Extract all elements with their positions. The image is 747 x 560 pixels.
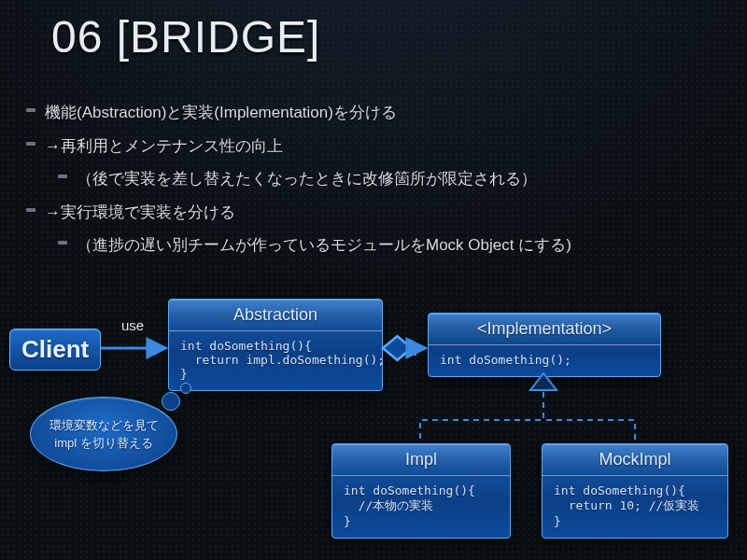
implementation-title: <Implementation> [429,314,660,345]
impl-box: Impl int doSomething(){ //本物の実装 } [331,443,511,539]
mockimpl-box: MockImpl int doSomething(){ return 10; /… [542,443,728,539]
implementation-code: int doSomething(); [429,345,660,376]
mockimpl-title: MockImpl [543,444,727,476]
abstraction-box: Abstraction int doSomething(){ return im… [168,299,383,391]
abstraction-code: int doSomething(){ return impl.doSomethi… [169,331,382,390]
abstraction-title: Abstraction [169,300,382,331]
implementation-box: <Implementation> int doSomething(); [428,313,661,377]
use-label: use [121,317,144,333]
mockimpl-code: int doSomething(){ return 10; //仮実装 } [543,476,727,538]
impl-title: Impl [332,444,510,476]
client-box: Client [9,329,101,371]
annotation-bubble: 環境変数などを見て impl を切り替える [30,397,177,471]
bridge-diagram: Client use impl Abstraction int doSometh… [0,0,747,560]
impl-label: impl [391,343,417,358]
impl-code: int doSomething(){ //本物の実装 } [332,476,510,538]
